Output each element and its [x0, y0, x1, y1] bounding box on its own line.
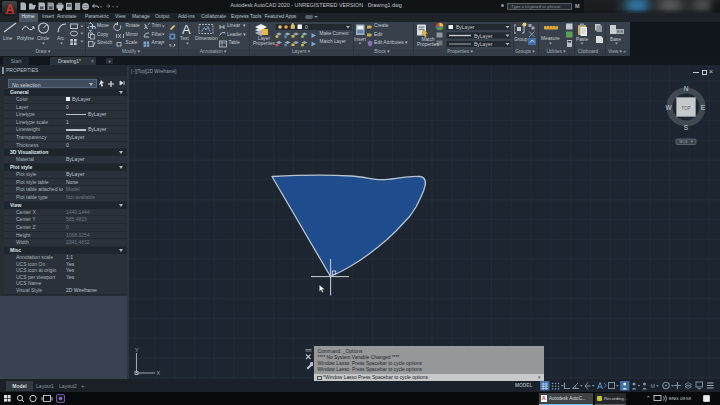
svg-text:ByLayer: ByLayer: [474, 41, 493, 47]
svg-text:TOP: TOP: [681, 106, 690, 111]
svg-text:ByLayer: ByLayer: [456, 24, 475, 30]
svg-text:W: W: [665, 104, 672, 111]
svg-text:E: E: [701, 104, 706, 111]
svg-text:M: M: [651, 383, 656, 389]
svg-text:0: 0: [305, 24, 308, 30]
svg-text:S: S: [684, 124, 689, 131]
svg-text:X: X: [157, 370, 161, 376]
svg-text:WCS: WCS: [679, 140, 688, 144]
svg-text:ByLayer: ByLayer: [474, 33, 493, 39]
svg-text:Y: Y: [135, 347, 139, 353]
svg-text:N: N: [684, 85, 689, 92]
